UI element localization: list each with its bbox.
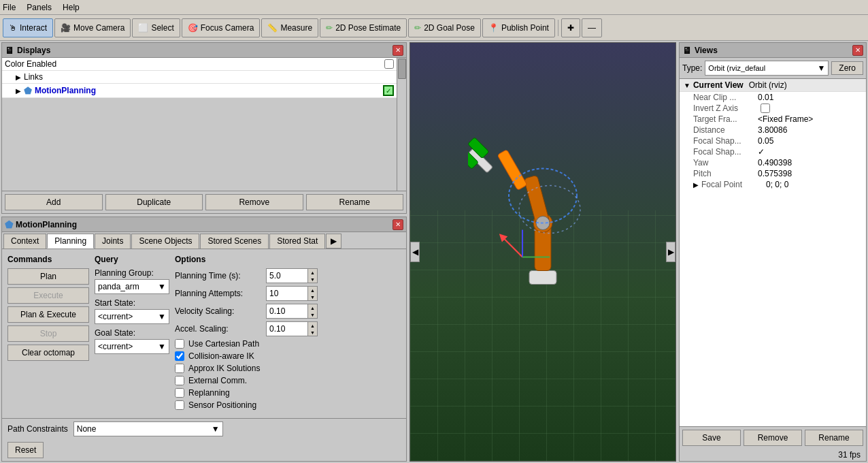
rename-view-button[interactable]: Rename [805, 430, 863, 446]
links-expand[interactable]: ▶ [16, 74, 21, 81]
add-display-button[interactable]: Add [5, 194, 103, 210]
sensor-positioning-checkbox[interactable] [175, 400, 184, 410]
options-col: Options Planning Time (s): ▲ ▼ Plannin [175, 255, 318, 413]
planning-time-input[interactable] [267, 271, 307, 281]
displays-title: Displays [17, 46, 50, 55]
plan-button[interactable]: Plan [7, 268, 89, 285]
path-constraints-label: Path Constraints [7, 424, 68, 434]
viewport-left-toggle[interactable]: ◀ [410, 242, 420, 262]
accel-scaling-up[interactable]: ▲ [307, 322, 317, 329]
move-camera-button[interactable]: 🎥 Move Camera [54, 18, 131, 37]
planning-attempts-input[interactable] [267, 289, 307, 298]
velocity-scaling-input[interactable] [267, 306, 307, 316]
planning-time-row: Planning Time (s): ▲ ▼ [175, 268, 318, 283]
accel-scaling-spinbox[interactable]: ▲ ▼ [266, 321, 318, 336]
displays-title-row: 🖥 Displays [5, 45, 393, 56]
use-cartesian-checkbox[interactable] [175, 339, 184, 349]
color-enabled-checkbox[interactable] [384, 59, 394, 69]
menu-file[interactable]: File [3, 3, 16, 12]
tab-joints[interactable]: Joints [95, 234, 131, 249]
motionplanning-checkbox[interactable]: ✓ [383, 85, 394, 96]
pitch-row: Pitch 0.575398 [680, 168, 866, 179]
goal-state-arrow[interactable]: ▼ [158, 342, 166, 351]
motionplanning-expand[interactable]: ▶ [16, 87, 21, 95]
save-view-button[interactable]: Save [682, 430, 741, 446]
motionplanning-close-button[interactable]: ✕ [393, 219, 403, 230]
yaw-row: Yaw 0.490398 [680, 157, 866, 168]
planning-attempts-down[interactable]: ▼ [307, 293, 317, 300]
planning-time-up[interactable]: ▲ [307, 269, 317, 276]
reset-button[interactable]: Reset [7, 442, 44, 458]
remove-display-button[interactable]: Remove [205, 194, 303, 210]
pose-estimate-icon: ✏ [326, 23, 333, 33]
interact-button[interactable]: 🖱 Interact [3, 18, 53, 37]
focal-point-label: Focal Point [701, 180, 766, 189]
yaw-value: 0.490398 [758, 158, 792, 167]
viewport[interactable]: ◀ ▶ [410, 42, 676, 462]
remove-tool-button[interactable]: — [582, 18, 602, 37]
svg-rect-0 [529, 270, 556, 284]
focal-point-expand[interactable]: ▶ [693, 181, 699, 189]
velocity-scaling-row: Velocity Scaling: ▲ ▼ [175, 304, 318, 319]
near-clip-value: 0.01 [758, 93, 773, 102]
replanning-checkbox[interactable] [175, 388, 184, 398]
path-constraints-select[interactable]: None ▼ [73, 421, 223, 436]
start-state-label: Start State: [95, 298, 169, 308]
right-panel: 🖥 Views ✕ Type: Orbit (rviz_defaul ▼ Zer… [678, 41, 868, 463]
planning-attempts-up[interactable]: ▲ [307, 287, 317, 293]
move-camera-label: Move Camera [73, 23, 124, 33]
invert-z-checkbox[interactable] [761, 103, 770, 113]
views-close-button[interactable]: ✕ [852, 45, 863, 56]
tab-scene-objects[interactable]: Scene Objects [131, 234, 199, 249]
velocity-scaling-spinbox[interactable]: ▲ ▼ [266, 304, 318, 319]
displays-header: 🖥 Displays ✕ [2, 43, 406, 58]
pose-estimate-button[interactable]: ✏ 2D Pose Estimate [320, 18, 407, 37]
displays-scroll-thumb[interactable] [398, 59, 406, 79]
tab-context[interactable]: Context [3, 234, 46, 249]
duplicate-display-button[interactable]: Duplicate [105, 194, 203, 210]
accel-scaling-input[interactable] [267, 324, 307, 334]
planning-time-spinbox[interactable]: ▲ ▼ [266, 268, 318, 283]
displays-scrollbar[interactable] [397, 58, 406, 191]
remove-view-button[interactable]: Remove [744, 430, 802, 446]
current-view-expand[interactable]: ▼ [684, 82, 690, 89]
views-type-select[interactable]: Orbit (rviz_defaul ▼ [705, 61, 829, 76]
viewport-right-toggle[interactable]: ▶ [666, 242, 675, 262]
collision-aware-checkbox[interactable] [175, 351, 184, 361]
tab-more-arrow[interactable]: ▶ [326, 234, 341, 249]
external-comm-checkbox[interactable] [175, 376, 184, 385]
views-buttons: Save Remove Rename [680, 426, 866, 449]
menu-panels[interactable]: Panels [27, 3, 52, 12]
rename-display-button[interactable]: Rename [306, 194, 404, 210]
measure-button[interactable]: 📏 Measure [261, 18, 318, 37]
tab-stored-stat[interactable]: Stored Stat [269, 234, 325, 249]
start-state-arrow[interactable]: ▼ [158, 312, 166, 321]
plan-execute-button[interactable]: Plan & Execute [7, 306, 89, 323]
clear-octomap-button[interactable]: Clear octomap [7, 345, 89, 361]
execute-button[interactable]: Execute [7, 287, 89, 304]
robot-svg [468, 107, 618, 311]
motionplanning-display-label: MotionPlanning [35, 86, 383, 95]
tab-planning[interactable]: Planning [47, 234, 94, 249]
views-zero-button[interactable]: Zero [831, 61, 863, 75]
stop-button[interactable]: Stop [7, 325, 89, 342]
planning-time-down[interactable]: ▼ [307, 276, 317, 283]
velocity-scaling-up[interactable]: ▲ [307, 304, 317, 311]
collision-aware-row: Collision-aware IK [175, 351, 318, 361]
goal-pose-button[interactable]: ✏ 2D Goal Pose [408, 18, 481, 37]
planning-group-arrow[interactable]: ▼ [158, 282, 166, 291]
menu-help[interactable]: Help [63, 3, 80, 12]
commands-col: Commands Plan Execute Plan & Execute Sto… [7, 255, 89, 413]
select-button[interactable]: ⬜ Select [132, 18, 180, 37]
focus-camera-button[interactable]: 🎯 Focus Camera [182, 18, 261, 37]
add-tool-button[interactable]: ✚ [561, 18, 580, 37]
accel-scaling-down[interactable]: ▼ [307, 329, 317, 336]
viewport-3d[interactable]: ◀ ▶ [410, 43, 675, 461]
planning-attempts-spinbox[interactable]: ▲ ▼ [266, 286, 318, 301]
approx-ik-checkbox[interactable] [175, 364, 184, 373]
velocity-scaling-down[interactable]: ▼ [307, 311, 317, 318]
displays-close-button[interactable]: ✕ [393, 45, 403, 56]
interact-label: Interact [20, 23, 47, 33]
publish-point-button[interactable]: 📍 Publish Point [482, 18, 555, 37]
tab-stored-scenes[interactable]: Stored Scenes [200, 234, 269, 249]
